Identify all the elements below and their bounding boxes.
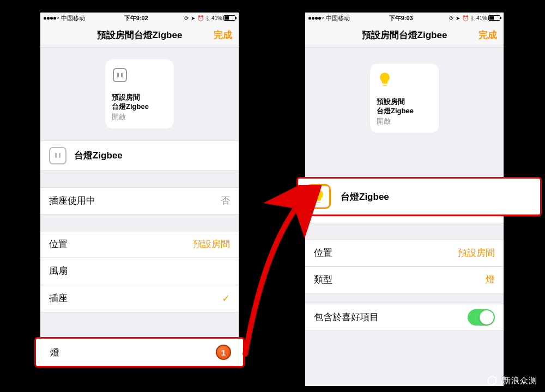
outlet-label: 插座 xyxy=(49,292,222,304)
device-tile-area: 預設房間 台燈Zigbee 開啟 xyxy=(40,47,239,140)
annotation-badge-1: 1 xyxy=(216,345,231,360)
device-tile[interactable]: 預設房間 台燈Zigbee 開啟 xyxy=(105,59,174,128)
location-value: 預設房間 xyxy=(193,238,230,250)
status-bar: 中国移动 下午9:02 ⟳ ➤ ⏰ ᛒ 41% xyxy=(40,13,239,23)
in-use-value: 否 xyxy=(221,195,230,207)
device-name-label: 台燈Zigbee xyxy=(74,149,123,162)
checkmark-icon: ✓ xyxy=(222,292,230,304)
tile-room-label: 預設房間 xyxy=(112,93,167,102)
outlet-icon xyxy=(49,147,66,164)
page-title: 預設房間台燈Zigbee xyxy=(362,29,447,41)
annotation-highlight-device-row[interactable]: 台燈Zigbee xyxy=(296,177,542,216)
tile-state-label: 開啟 xyxy=(377,117,432,126)
type-label: 類型 xyxy=(314,274,486,286)
battery-percent: 41% xyxy=(476,15,487,21)
status-icons: ⟳ ➤ ⏰ ᛒ 41% xyxy=(184,15,235,21)
type-row[interactable]: 類型 燈 xyxy=(305,267,504,294)
location-value: 預設房間 xyxy=(458,247,495,259)
in-use-row[interactable]: 插座使用中 否 xyxy=(40,187,239,215)
in-use-label: 插座使用中 xyxy=(49,195,221,207)
location-row[interactable]: 位置 預設房間 xyxy=(305,240,504,267)
annotation-highlight-lamp-option[interactable]: 燈 1 xyxy=(34,337,245,367)
location-label: 位置 xyxy=(49,238,193,250)
phone-screenshot-left: 中国移动 下午9:02 ⟳ ➤ ⏰ ᛒ 41% 預設房間台燈Zigbee 完成 … xyxy=(40,13,239,365)
bluetooth-icon: ᛒ xyxy=(206,15,209,21)
type-value: 燈 xyxy=(486,274,495,286)
tile-device-label: 台燈Zigbee xyxy=(112,102,167,112)
carrier-label: 中国移动 xyxy=(326,14,350,22)
nav-bar: 預設房間台燈Zigbee 完成 xyxy=(40,23,239,47)
include-fav-label: 包含於喜好項目 xyxy=(314,311,468,323)
type-option-fan[interactable]: 風扇 xyxy=(40,258,239,285)
device-name-row[interactable]: 台燈Zigbee xyxy=(40,140,239,171)
alarm-icon: ⏰ xyxy=(197,15,204,21)
battery-indicator: 41% xyxy=(476,15,500,21)
clock-label: 下午9:03 xyxy=(353,14,449,22)
bulb-icon xyxy=(306,184,331,209)
alarm-icon: ⏰ xyxy=(462,15,469,21)
watermark: 新浪众测 xyxy=(486,375,537,387)
favorites-toggle[interactable] xyxy=(468,309,495,326)
tile-state-label: 開啟 xyxy=(112,112,167,122)
nav-bar: 預設房間台燈Zigbee 完成 xyxy=(305,23,504,47)
lamp-option-label: 燈 xyxy=(50,346,216,359)
sync-icon: ⟳ xyxy=(184,15,189,21)
location-icon: ➤ xyxy=(191,15,195,21)
signal-dots-icon xyxy=(308,17,324,20)
page-title: 預設房間台燈Zigbee xyxy=(97,29,183,41)
sync-icon: ⟳ xyxy=(449,15,453,21)
signal-dots-icon xyxy=(44,17,59,20)
tile-room-label: 預設房間 xyxy=(377,97,432,107)
done-button[interactable]: 完成 xyxy=(214,29,232,41)
status-bar: 中国移动 下午9:03 ⟳ ➤ ⏰ ᛒ 41% xyxy=(305,13,504,23)
watermark-text: 新浪众测 xyxy=(502,376,537,386)
include-favorites-row[interactable]: 包含於喜好項目 xyxy=(305,304,504,331)
device-name-label: 台燈Zigbee xyxy=(341,191,389,203)
type-option-outlet[interactable]: 插座 ✓ xyxy=(40,285,239,313)
battery-percent: 41% xyxy=(211,15,222,21)
fan-label: 風扇 xyxy=(49,265,230,277)
outlet-icon xyxy=(112,67,128,83)
clock-label: 下午9:02 xyxy=(88,14,184,22)
status-icons: ⟳ ➤ ⏰ ᛒ 41% xyxy=(449,15,500,21)
carrier-label: 中国移动 xyxy=(61,14,85,22)
location-label: 位置 xyxy=(314,247,458,259)
tile-device-label: 台燈Zigbee xyxy=(377,107,432,116)
battery-indicator: 41% xyxy=(211,15,235,21)
device-tile[interactable]: 預設房間 台燈Zigbee 開啟 xyxy=(370,64,439,133)
cube-icon xyxy=(486,375,498,387)
bulb-icon xyxy=(377,71,393,88)
done-button[interactable]: 完成 xyxy=(479,29,497,41)
battery-icon xyxy=(488,15,500,21)
location-icon: ➤ xyxy=(456,15,460,21)
location-row[interactable]: 位置 預設房間 xyxy=(40,231,239,258)
battery-icon xyxy=(223,15,235,21)
device-tile-area: 預設房間 台燈Zigbee 開啟 xyxy=(305,47,504,149)
bluetooth-icon: ᛒ xyxy=(471,15,474,21)
